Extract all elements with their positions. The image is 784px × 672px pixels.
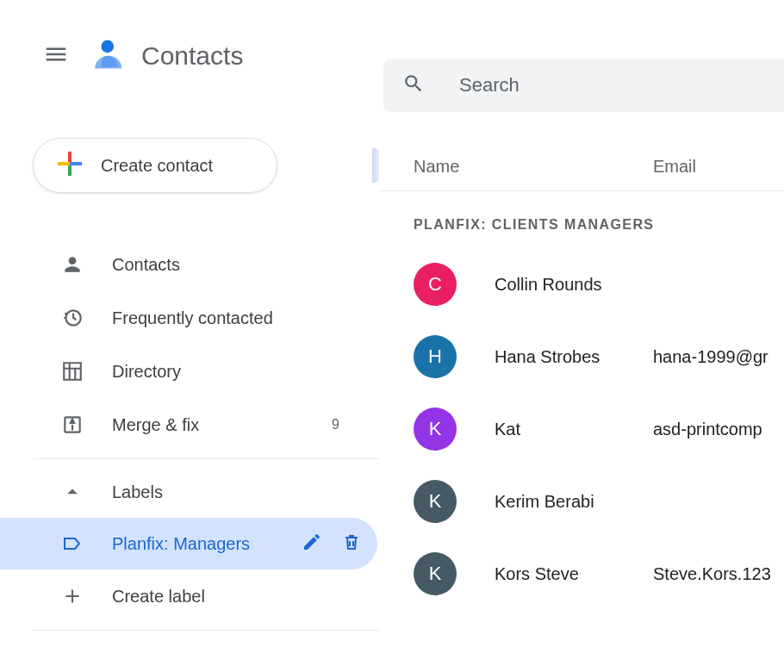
merge-icon [60, 414, 84, 436]
svg-point-0 [101, 40, 114, 53]
top-bar: Contacts Search [0, 0, 784, 112]
contact-name: Kat [495, 420, 520, 439]
avatar: C [414, 263, 457, 306]
contact-row[interactable]: KKerim Berabi [379, 465, 784, 538]
hamburger-menu-icon[interactable] [43, 41, 69, 71]
contacts-logo-icon [86, 35, 124, 77]
directory-icon [60, 360, 84, 383]
avatar: K [414, 408, 457, 451]
contact-email: Steve.Kors.123 [653, 564, 771, 584]
sidebar: Create contact Contacts Frequently conta… [0, 112, 379, 672]
plus-small-icon [60, 585, 84, 607]
contact-name: Hana Strobes [495, 347, 600, 367]
list-header: Name Email [379, 143, 784, 191]
create-label-button[interactable]: Create label [33, 569, 379, 623]
section-title: PLANFIX: CLIENTS MANAGERS [414, 217, 784, 233]
search-icon [402, 72, 425, 98]
label-icon [60, 533, 84, 554]
contact-row[interactable]: KKors SteveSteve.Kors.123 [379, 538, 784, 610]
chevron-up-icon [60, 480, 84, 504]
sidebar-item-frequent[interactable]: Frequently contacted [33, 291, 379, 345]
contact-name: Kerim Berabi [495, 492, 594, 512]
create-contact-button[interactable]: Create contact [33, 138, 277, 193]
divider [33, 630, 379, 631]
search-bar[interactable]: Search [383, 59, 784, 112]
history-icon [60, 307, 84, 329]
contact-name: Kors Steve [495, 564, 579, 584]
svg-rect-2 [68, 152, 72, 164]
sidebar-item-directory[interactable]: Directory [33, 345, 379, 398]
contact-row[interactable]: HHana Strobeshana-1999@gr [379, 320, 784, 393]
main-panel: Name Email PLANFIX: CLIENTS MANAGERS CCo… [379, 112, 784, 672]
sidebar-item-merge-fix[interactable]: Merge & fix 9 [33, 398, 379, 451]
edit-label-icon[interactable] [302, 532, 322, 557]
column-header-email[interactable]: Email [653, 157, 696, 177]
merge-fix-count: 9 [332, 417, 339, 432]
contact-email: hana-1999@gr [653, 347, 768, 367]
contact-row[interactable]: KKatasd-printcomp [379, 393, 784, 465]
search-placeholder: Search [459, 74, 520, 96]
contact-email: asd-printcomp [653, 420, 762, 439]
selection-indicator [372, 148, 379, 183]
avatar: K [414, 552, 457, 595]
svg-rect-4 [70, 162, 82, 165]
avatar: H [414, 335, 457, 378]
contact-name: Collin Rounds [495, 275, 602, 295]
plus-icon [54, 148, 85, 183]
delete-label-icon[interactable] [341, 532, 362, 557]
avatar: K [414, 480, 457, 523]
column-header-name[interactable]: Name [414, 157, 459, 177]
label-planfix-managers[interactable]: Planfix: Managers [0, 518, 377, 569]
sidebar-item-contacts[interactable]: Contacts [33, 238, 379, 291]
contact-row[interactable]: CCollin Rounds [379, 248, 784, 320]
create-contact-label: Create contact [101, 156, 213, 176]
app-title: Contacts [141, 41, 243, 71]
labels-section-toggle[interactable]: Labels [33, 466, 379, 518]
divider [33, 458, 379, 459]
person-icon [60, 253, 84, 276]
